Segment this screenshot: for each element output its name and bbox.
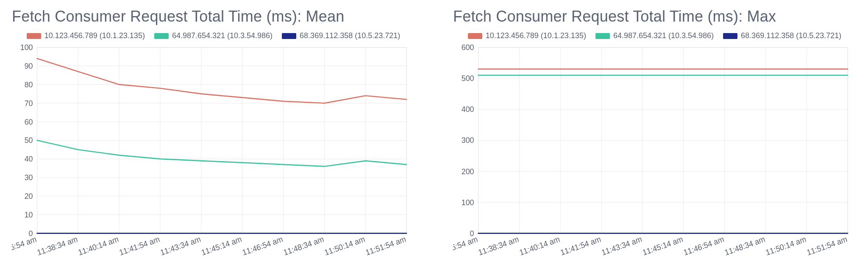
- svg-text:60: 60: [25, 117, 33, 126]
- svg-text:11:45:14 am: 11:45:14 am: [641, 234, 684, 257]
- legend-max: 10.123.456.789 (10.1.23.135) 64.987.654.…: [453, 31, 856, 40]
- chart-svg-mean: 010203040506070809010011:36:54 am11:38:3…: [12, 43, 415, 270]
- svg-text:80: 80: [25, 80, 33, 89]
- legend-label-b: 64.987.654.321 (10.3.54.986): [172, 31, 273, 40]
- svg-text:11:38:34 am: 11:38:34 am: [36, 234, 78, 257]
- legend-item-a-max: 10.123.456.789 (10.1.23.135): [468, 31, 586, 40]
- legend-label-b-max: 64.987.654.321 (10.3.54.986): [613, 31, 714, 40]
- svg-text:200: 200: [462, 167, 474, 176]
- svg-text:11:51:54 am: 11:51:54 am: [806, 234, 848, 257]
- legend-item-c: 68.369.112.358 (10.5.23.721): [282, 31, 400, 40]
- svg-text:11:45:14 am: 11:45:14 am: [200, 234, 242, 257]
- svg-text:11:36:54 am: 11:36:54 am: [453, 234, 479, 257]
- svg-text:70: 70: [25, 98, 33, 108]
- legend-swatch-c: [282, 33, 296, 39]
- legend-item-c-max: 68.369.112.358 (10.5.23.721): [723, 31, 841, 40]
- legend-label-c-max: 68.369.112.358 (10.5.23.721): [741, 31, 841, 40]
- svg-text:11:50:14 am: 11:50:14 am: [323, 234, 366, 257]
- legend-item-b-max: 64.987.654.321 (10.3.54.986): [595, 31, 714, 40]
- svg-text:300: 300: [462, 136, 474, 145]
- legend-label-c: 68.369.112.358 (10.5.23.721): [300, 31, 400, 40]
- svg-text:11:36:54 am: 11:36:54 am: [12, 234, 38, 257]
- svg-text:11:46:54 am: 11:46:54 am: [682, 234, 725, 257]
- legend-mean: 10.123.456.789 (10.1.23.135) 64.987.654.…: [12, 31, 415, 40]
- svg-text:11:43:34 am: 11:43:34 am: [159, 234, 202, 257]
- legend-label-a-max: 10.123.456.789 (10.1.23.135): [486, 31, 586, 40]
- svg-text:11:40:14 am: 11:40:14 am: [77, 234, 120, 257]
- svg-text:10: 10: [25, 210, 33, 219]
- svg-text:50: 50: [25, 136, 33, 145]
- svg-text:11:43:34 am: 11:43:34 am: [601, 234, 643, 257]
- svg-text:11:50:14 am: 11:50:14 am: [765, 234, 807, 257]
- legend-swatch-a-max: [468, 33, 482, 39]
- svg-text:11:51:54 am: 11:51:54 am: [364, 234, 407, 257]
- svg-text:11:40:14 am: 11:40:14 am: [518, 234, 561, 257]
- svg-text:100: 100: [20, 43, 33, 52]
- svg-text:100: 100: [462, 198, 474, 207]
- legend-item-a: 10.123.456.789 (10.1.23.135): [27, 31, 145, 40]
- svg-text:400: 400: [462, 105, 474, 114]
- panel-max: Fetch Consumer Request Total Time (ms): …: [453, 8, 856, 270]
- svg-text:600: 600: [462, 43, 474, 52]
- panel-title-mean: Fetch Consumer Request Total Time (ms): …: [12, 8, 415, 25]
- svg-text:30: 30: [25, 173, 33, 182]
- chart-mean: 010203040506070809010011:36:54 am11:38:3…: [12, 43, 415, 270]
- svg-text:90: 90: [25, 61, 33, 70]
- svg-text:11:41:54 am: 11:41:54 am: [559, 234, 602, 257]
- chart-max: 010020030040050060011:36:54 am11:38:34 a…: [453, 43, 856, 270]
- svg-text:11:38:34 am: 11:38:34 am: [477, 234, 520, 257]
- panel-mean: Fetch Consumer Request Total Time (ms): …: [12, 8, 415, 270]
- legend-swatch-c-max: [723, 33, 737, 39]
- chart-svg-max: 010020030040050060011:36:54 am11:38:34 a…: [453, 43, 856, 270]
- svg-text:11:46:54 am: 11:46:54 am: [241, 234, 284, 257]
- legend-swatch-b-max: [595, 33, 610, 39]
- svg-text:20: 20: [25, 191, 33, 201]
- dashboard: Fetch Consumer Request Total Time (ms): …: [0, 0, 868, 273]
- svg-text:11:48:34 am: 11:48:34 am: [282, 234, 325, 257]
- legend-swatch-b: [154, 33, 169, 39]
- legend-item-b: 64.987.654.321 (10.3.54.986): [154, 31, 273, 40]
- svg-text:11:41:54 am: 11:41:54 am: [118, 234, 161, 257]
- legend-swatch-a: [27, 33, 41, 39]
- legend-label-a: 10.123.456.789 (10.1.23.135): [45, 31, 145, 40]
- svg-text:11:48:34 am: 11:48:34 am: [723, 234, 766, 257]
- svg-text:500: 500: [462, 74, 474, 83]
- svg-text:40: 40: [25, 154, 33, 164]
- panel-title-max: Fetch Consumer Request Total Time (ms): …: [453, 8, 856, 25]
